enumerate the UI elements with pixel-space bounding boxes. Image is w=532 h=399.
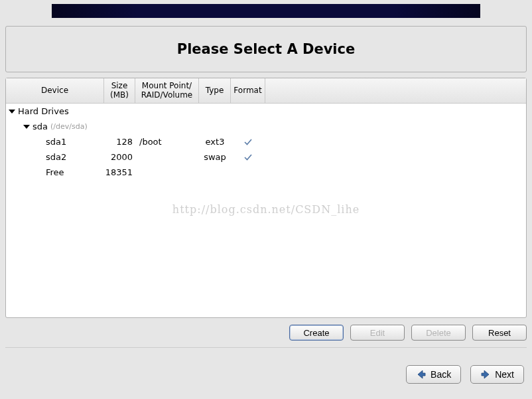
check-icon	[243, 151, 253, 163]
part-mount: /boot	[135, 137, 199, 147]
table-header: Device Size (MB) Mount Point/ RAID/Volum…	[6, 78, 526, 104]
title-row: Please Select A Device	[6, 27, 526, 72]
banner-bar	[52, 4, 480, 18]
table-body: Hard Drives sda (/dev/sda) sda1 128 /boo…	[6, 104, 526, 317]
back-label: Back	[431, 369, 451, 380]
col-device[interactable]: Device	[6, 78, 104, 103]
tree-root[interactable]: Hard Drives	[6, 104, 526, 119]
table-row[interactable]: Free 18351	[6, 165, 526, 180]
part-size: 18351	[104, 167, 135, 177]
page-title: Please Select A Device	[6, 41, 526, 57]
col-size[interactable]: Size (MB)	[104, 78, 135, 103]
tree-disk[interactable]: sda (/dev/sda)	[6, 119, 526, 134]
expand-icon[interactable]	[23, 125, 30, 129]
part-size: 128	[104, 137, 135, 147]
table-row[interactable]: sda2 2000 swap	[6, 149, 526, 165]
arrow-left-icon	[416, 369, 427, 380]
nav-row: Back Next	[0, 348, 532, 392]
part-name: sda1	[46, 137, 66, 147]
check-icon	[243, 136, 253, 147]
part-name: sda2	[46, 152, 66, 162]
part-type: ext3	[199, 137, 231, 147]
part-format	[231, 136, 265, 147]
part-format	[231, 151, 265, 163]
delete-button[interactable]: Delete	[411, 325, 466, 341]
col-format[interactable]: Format	[231, 78, 265, 103]
disk-label: sda	[33, 121, 48, 131]
next-label: Next	[495, 369, 514, 380]
arrow-right-icon	[480, 369, 491, 380]
edit-button[interactable]: Edit	[350, 325, 405, 341]
col-mount[interactable]: Mount Point/ RAID/Volume	[135, 78, 199, 103]
table-row[interactable]: sda1 128 /boot ext3	[6, 134, 526, 149]
col-type[interactable]: Type	[199, 78, 231, 103]
expand-icon[interactable]	[9, 110, 15, 114]
root-label: Hard Drives	[18, 106, 69, 116]
device-table: Device Size (MB) Mount Point/ RAID/Volum…	[5, 78, 527, 318]
part-type: swap	[199, 152, 231, 162]
main-panel: Please Select A Device	[5, 26, 527, 72]
part-name: Free	[46, 167, 64, 177]
disk-path: (/dev/sda)	[50, 122, 88, 131]
reset-button[interactable]: Reset	[472, 325, 527, 341]
part-size: 2000	[104, 152, 135, 162]
action-row: Create Edit Delete Reset	[0, 318, 532, 347]
watermark-text: http://blog.csdn.net/CSDN_lihe	[172, 203, 360, 216]
next-button[interactable]: Next	[470, 365, 524, 384]
create-button[interactable]: Create	[289, 325, 344, 341]
back-button[interactable]: Back	[406, 365, 461, 384]
